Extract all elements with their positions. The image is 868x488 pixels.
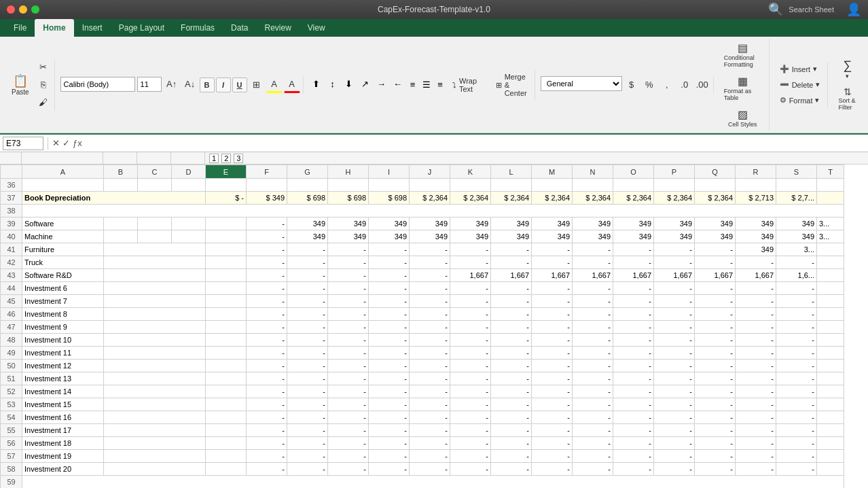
- cell-Q42[interactable]: -: [695, 256, 736, 269]
- cell-K40[interactable]: 349: [450, 230, 491, 243]
- sort-filter-button[interactable]: ⇅ Sort & Filter: [833, 84, 861, 114]
- col-header-F[interactable]: F: [247, 165, 287, 179]
- percent-button[interactable]: %: [641, 77, 657, 93]
- align-right-button[interactable]: ≡: [434, 77, 446, 92]
- cell-J40[interactable]: 349: [410, 230, 450, 243]
- cell-E39[interactable]: [206, 217, 247, 230]
- cell-T42[interactable]: [817, 256, 844, 269]
- cell-F42[interactable]: -: [247, 256, 287, 269]
- cell-H43[interactable]: -: [328, 269, 369, 282]
- col-header-E[interactable]: E: [206, 165, 247, 179]
- cell-A48[interactable]: Investment 10: [22, 334, 104, 347]
- col-header-P[interactable]: P: [654, 165, 695, 179]
- cell-K39[interactable]: 349: [450, 217, 491, 230]
- cell-K42[interactable]: -: [450, 256, 491, 269]
- merge-center-button[interactable]: ⊞ Merge & Center: [491, 70, 532, 100]
- cell-S36[interactable]: [776, 179, 817, 192]
- tab-file[interactable]: File: [5, 19, 35, 37]
- border-button[interactable]: ⊞: [249, 77, 265, 93]
- cell-K36[interactable]: [450, 179, 491, 192]
- col-header-K[interactable]: K: [450, 165, 491, 179]
- indent-increase-button[interactable]: →: [374, 77, 389, 92]
- cell-O43[interactable]: 1,667: [613, 269, 654, 282]
- cell-I39[interactable]: 349: [369, 217, 410, 230]
- insert-button[interactable]: ➕ Insert ▾: [775, 62, 825, 76]
- tab-formulas[interactable]: Formulas: [173, 19, 223, 37]
- cell-S43[interactable]: 1,6...: [776, 269, 817, 282]
- fill-color-button[interactable]: A: [266, 77, 283, 93]
- cell-M37[interactable]: $ 2,364: [532, 192, 573, 205]
- col-header-T[interactable]: T: [817, 165, 844, 179]
- align-left-button[interactable]: ≡: [407, 77, 419, 92]
- cell-L39[interactable]: 349: [491, 217, 532, 230]
- col-header-B[interactable]: B: [104, 165, 138, 179]
- cell-A41[interactable]: Furniture: [22, 243, 104, 256]
- cell-Q40[interactable]: 349: [695, 230, 736, 243]
- cell-S39[interactable]: 349: [776, 217, 817, 230]
- cell-J43[interactable]: -: [410, 269, 450, 282]
- col-header-H[interactable]: H: [328, 165, 369, 179]
- cell-D40[interactable]: [172, 230, 206, 243]
- cell-A37[interactable]: Book Depreciation: [22, 192, 206, 205]
- tab-home[interactable]: Home: [35, 19, 73, 37]
- cell-Q41[interactable]: -: [695, 243, 736, 256]
- cell-I40[interactable]: 349: [369, 230, 410, 243]
- cell-G36[interactable]: [287, 179, 328, 192]
- bold-button[interactable]: B: [200, 77, 215, 92]
- increase-decimal-button[interactable]: .00: [694, 77, 710, 93]
- cell-A51[interactable]: Investment 13: [22, 372, 104, 385]
- col-header-O[interactable]: O: [613, 165, 654, 179]
- format-as-table-button[interactable]: ▦ Format as Table: [719, 72, 766, 104]
- cell-I42[interactable]: -: [369, 256, 410, 269]
- cell-I43[interactable]: -: [369, 269, 410, 282]
- tab-data[interactable]: Data: [223, 19, 256, 37]
- cancel-formula-icon[interactable]: ✕: [52, 138, 60, 148]
- search-box[interactable]: Search Sheet: [789, 5, 834, 14]
- formula-input[interactable]: [85, 138, 865, 149]
- increase-font-button[interactable]: A↑: [164, 76, 180, 92]
- cell-G43[interactable]: -: [287, 269, 328, 282]
- cell-BCD42[interactable]: [104, 256, 206, 269]
- comma-button[interactable]: ,: [659, 77, 675, 93]
- cell-A50[interactable]: Investment 12: [22, 360, 104, 372]
- cell-A46[interactable]: Investment 8: [22, 308, 104, 321]
- cell-A57[interactable]: Investment 19: [22, 450, 104, 463]
- align-top-button[interactable]: ⬆: [309, 77, 324, 92]
- cell-L42[interactable]: -: [491, 256, 532, 269]
- cell-A53[interactable]: Investment 15: [22, 398, 104, 411]
- cell-E42[interactable]: [206, 256, 247, 269]
- col-header-I[interactable]: I: [369, 165, 410, 179]
- cell-G42[interactable]: -: [287, 256, 328, 269]
- confirm-formula-icon[interactable]: ✓: [62, 138, 70, 148]
- cell-L40[interactable]: 349: [491, 230, 532, 243]
- insert-function-icon[interactable]: ƒx: [73, 138, 82, 148]
- cell-N40[interactable]: 349: [573, 230, 613, 243]
- cell-E36[interactable]: [206, 179, 247, 192]
- cell-styles-button[interactable]: ▨ Cell Styles: [723, 105, 762, 130]
- cell-38[interactable]: [22, 205, 844, 217]
- cell-A49[interactable]: Investment 11: [22, 347, 104, 360]
- cell-E41[interactable]: [206, 243, 247, 256]
- cell-R41[interactable]: 349: [736, 243, 776, 256]
- align-bottom-button[interactable]: ⬇: [342, 77, 357, 92]
- cell-J41[interactable]: -: [410, 243, 450, 256]
- align-middle-button[interactable]: ↕: [325, 77, 340, 92]
- cell-R43[interactable]: 1,667: [736, 269, 776, 282]
- minimize-button[interactable]: [19, 5, 27, 14]
- cell-O40[interactable]: 349: [613, 230, 654, 243]
- cell-T40[interactable]: 3...: [817, 230, 844, 243]
- font-name-input[interactable]: [60, 77, 135, 92]
- decrease-decimal-button[interactable]: .0: [676, 77, 693, 93]
- col-header-J[interactable]: J: [410, 165, 450, 179]
- cell-F37[interactable]: $ 349: [247, 192, 287, 205]
- col-header-D[interactable]: D: [172, 165, 206, 179]
- cell-C36[interactable]: [138, 179, 172, 192]
- cell-A58[interactable]: Investment 20: [22, 463, 104, 476]
- cell-L36[interactable]: [491, 179, 532, 192]
- cell-R40[interactable]: 349: [736, 230, 776, 243]
- cell-H40[interactable]: 349: [328, 230, 369, 243]
- cell-ref-input[interactable]: [3, 137, 43, 150]
- cell-M40[interactable]: 349: [532, 230, 573, 243]
- cell-T37[interactable]: [817, 192, 844, 205]
- cell-T43[interactable]: [817, 269, 844, 282]
